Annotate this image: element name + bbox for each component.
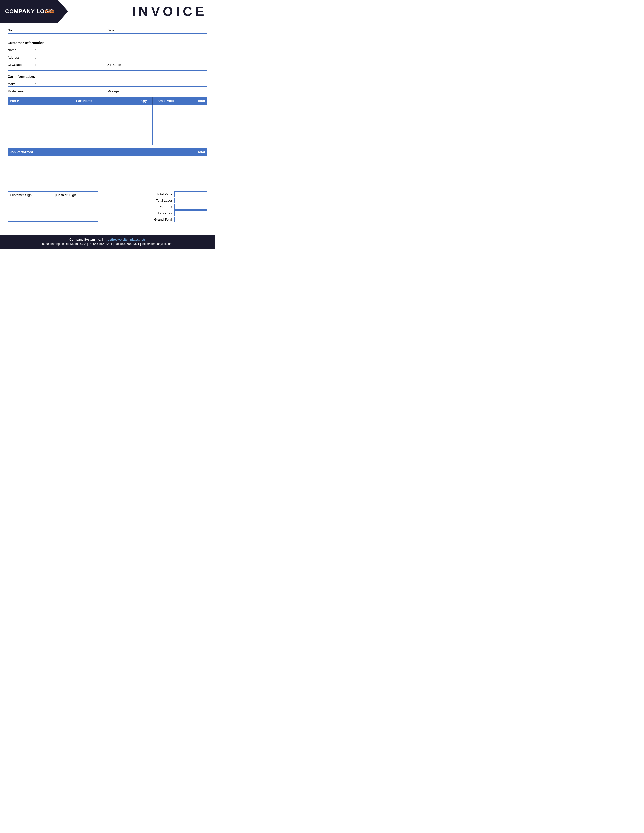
grand-total-row: Grand Total xyxy=(110,217,207,222)
customer-section-title: Customer Information: xyxy=(8,41,207,45)
table-row xyxy=(8,172,207,180)
make-value[interactable] xyxy=(38,81,207,86)
signature-area: Customer Sign [Cashier] Sign xyxy=(8,191,105,222)
parts-tax-label: Parts Tax xyxy=(147,205,172,209)
footer-company: Company System Inc. | xyxy=(69,238,103,241)
model-label: Model/Year xyxy=(8,89,33,93)
total-labor-label: Total Labor xyxy=(147,199,172,203)
no-label: No xyxy=(8,28,18,32)
mileage-value[interactable] xyxy=(138,88,207,93)
job-col-job: Job Performed xyxy=(8,148,176,156)
table-row xyxy=(8,156,207,164)
mileage-label: Mileage xyxy=(107,89,133,93)
no-date-row: No : Date : xyxy=(8,28,207,34)
date-label: Date xyxy=(107,28,118,32)
invoice-title: INVOICE xyxy=(132,4,207,19)
car-mileage-field: Mileage : xyxy=(107,88,207,93)
no-value[interactable] xyxy=(23,28,107,32)
parts-table: Part # Part Name Qty Unit Price Total xyxy=(8,97,207,145)
parts-col-total: Total xyxy=(180,97,207,105)
labor-tax-box[interactable] xyxy=(174,210,207,216)
table-row xyxy=(8,121,207,129)
job-col-total: Total xyxy=(176,148,207,156)
model-value[interactable] xyxy=(38,88,107,93)
totals-area: Total Parts Total Labor Parts Tax Labor … xyxy=(110,191,207,222)
name-value[interactable] xyxy=(38,47,207,52)
car-model-field: Model/Year : xyxy=(8,88,107,93)
customer-name-row: Name : xyxy=(8,46,207,53)
table-row xyxy=(8,137,207,145)
footer-link[interactable]: http://freewordtemplates.net/ xyxy=(103,238,145,241)
footer-line2: 8030 Harrington Rd, Miami, USA | Ph 555-… xyxy=(5,242,209,246)
parts-col-qty: Qty xyxy=(136,97,152,105)
customer-sign-label: Customer Sign xyxy=(10,193,32,197)
name-label: Name xyxy=(8,48,33,52)
parts-col-part: Part # xyxy=(8,97,32,105)
address-value[interactable] xyxy=(38,55,207,60)
logo-area: COMPANY LOGO xyxy=(0,0,68,23)
cashier-sign-box: [Cashier] Sign xyxy=(53,191,98,222)
customer-zip-field: ZIP Code : xyxy=(107,62,207,67)
car-section-title: Car Information: xyxy=(8,75,207,79)
header: COMPANY LOGO INVOICE xyxy=(0,0,215,23)
address-label: Address xyxy=(8,56,33,60)
customer-sep xyxy=(8,37,207,37)
job-table: Job Performed Total xyxy=(8,148,207,188)
city-value[interactable] xyxy=(38,62,107,67)
footer: Company System Inc. | http://freewordtem… xyxy=(0,235,215,249)
make-label: Make xyxy=(8,82,33,86)
table-row xyxy=(8,129,207,137)
footer-line1: Company System Inc. | http://freewordtem… xyxy=(5,238,209,241)
car-model-row: Model/Year : Mileage : xyxy=(8,87,207,94)
zip-label: ZIP Code xyxy=(107,63,133,67)
date-value[interactable] xyxy=(122,28,207,32)
parts-tax-box[interactable] xyxy=(174,204,207,209)
customer-address-row: Address : xyxy=(8,53,207,60)
total-parts-box[interactable] xyxy=(174,191,207,197)
date-field: Date : xyxy=(107,28,207,32)
parts-col-unit: Unit Price xyxy=(152,97,180,105)
invoice-title-area: INVOICE xyxy=(68,0,215,23)
content-area: No : Date : Customer Information: Name :… xyxy=(0,28,215,227)
zip-value[interactable] xyxy=(138,62,207,67)
customer-name-field: Name : xyxy=(8,47,207,52)
no-field: No : xyxy=(8,28,107,32)
bottom-section: Customer Sign [Cashier] Sign Total Parts… xyxy=(8,191,207,222)
cashier-sign-label: [Cashier] Sign xyxy=(55,193,76,197)
table-row xyxy=(8,113,207,121)
total-labor-box[interactable] xyxy=(174,198,207,203)
table-row xyxy=(8,105,207,113)
city-label: City/State xyxy=(8,63,33,67)
customer-citystate-row: City/State : ZIP Code : xyxy=(8,61,207,68)
total-parts-label: Total Parts xyxy=(147,192,172,196)
grand-total-label: Grand Total xyxy=(147,217,172,221)
parts-col-name: Part Name xyxy=(32,97,136,105)
customer-address-field: Address : xyxy=(8,55,207,60)
labor-tax-label: Labor Tax xyxy=(147,211,172,215)
svg-point-1 xyxy=(48,10,53,12)
customer-sign-box: Customer Sign xyxy=(8,191,53,222)
parts-tax-row: Parts Tax xyxy=(110,204,207,209)
logo-icon xyxy=(45,9,54,14)
labor-tax-row: Labor Tax xyxy=(110,210,207,216)
total-parts-row: Total Parts xyxy=(110,191,207,197)
table-row xyxy=(8,180,207,188)
grand-total-box[interactable] xyxy=(174,217,207,222)
customer-city-field: City/State : xyxy=(8,62,107,67)
car-make-row: Make : xyxy=(8,80,207,87)
total-labor-row: Total Labor xyxy=(110,198,207,203)
car-make-field: Make : xyxy=(8,81,207,86)
table-row xyxy=(8,164,207,172)
